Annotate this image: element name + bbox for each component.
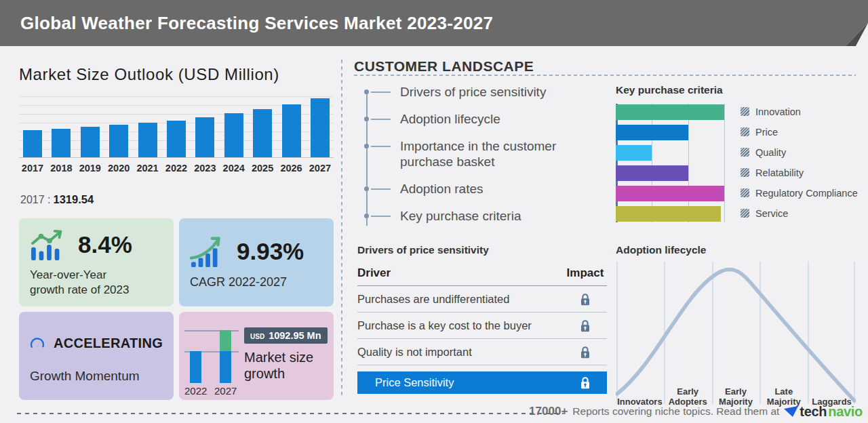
kpc-bar (616, 206, 721, 222)
lock-icon (580, 319, 591, 333)
driver-row: Purchase is a key cost to the buyer (357, 313, 607, 339)
yoy-value: 8.4% (78, 231, 132, 258)
cagr-value: 9.93% (237, 238, 304, 265)
legend-label: Service (755, 208, 788, 219)
bar-column (308, 98, 332, 157)
bell-curve-graphic (616, 262, 856, 407)
kpc-bar (616, 165, 688, 181)
x-axis-tick-label: 2025 (250, 163, 275, 174)
kpc-bar (616, 145, 652, 161)
speedometer-icon (30, 327, 45, 359)
legend-label: Regulatory Compliance (755, 188, 858, 199)
landscape-item: Drivers of price sensitivity (365, 84, 595, 100)
header-bar: Global Weather Forecasting Services Mark… (0, 0, 868, 46)
kpc-bar-plot (616, 104, 726, 222)
logo-navio: navio (828, 404, 863, 420)
market-size-bar-chart: 2017201820192020202120222023202420252026… (19, 96, 334, 174)
market-size-bar (253, 109, 272, 157)
x-axis-tick-label: 2020 (106, 163, 131, 174)
page-title: Global Weather Forecasting Services Mark… (0, 0, 868, 46)
bar-column (20, 130, 45, 157)
bar-chart-plot (19, 96, 334, 158)
bar-column (222, 113, 246, 157)
technavio-logo[interactable]: technavio (784, 404, 863, 420)
legend-label: Price (755, 127, 778, 138)
growth-curve-icon (190, 235, 228, 268)
adoption-lifecycle-title: Adoption lifecycle (616, 244, 861, 256)
lock-icon (580, 292, 591, 306)
cagr-card: 9.93% CAGR 2022-2027 (179, 218, 334, 306)
footer-text: Reports covering niche topics. Read them… (572, 405, 779, 418)
mini-bar-2027-increment (220, 330, 231, 351)
driver-label: Quality is not important (357, 346, 472, 359)
annotation-year: 2017 : (20, 194, 50, 205)
cagr-label: CAGR 2022-2027 (190, 275, 323, 290)
annotation-value: 1319.54 (53, 193, 94, 205)
chart-annotation: 2017 :1319.54 (20, 193, 94, 206)
bar-trend-icon (30, 228, 69, 262)
customer-landscape-title: CUSTOMER LANDSCAPE (354, 58, 534, 75)
bar-column (136, 123, 160, 157)
footer-dashed-line (17, 413, 564, 414)
market-size-bar (311, 98, 330, 157)
legend-hatch-icon (741, 127, 749, 136)
market-size-bar (52, 129, 71, 157)
market-size-bar (81, 127, 100, 157)
momentum-label: Growth Momentum (30, 368, 163, 384)
legend-item: Regulatory Compliance (741, 185, 858, 201)
driver-label: Purchase is a key cost to the buyer (357, 319, 532, 332)
key-purchase-criteria-title: Key purchase criteria (616, 84, 868, 96)
kpc-bar (616, 104, 724, 120)
driver-label: Purchases are undifferentiated (357, 293, 509, 306)
landscape-item: Adoption lifecycle (365, 111, 595, 127)
legend-item: Price (741, 124, 858, 140)
legend-hatch-icon (741, 188, 749, 197)
legend-hatch-icon (741, 168, 749, 177)
logo-tech: tech (800, 404, 827, 420)
legend-hatch-icon (741, 209, 749, 218)
drivers-table-header: Driver Impact (357, 266, 607, 286)
x-axis-tick-label: 2017 (20, 163, 45, 174)
legend-label: Relatability (755, 167, 804, 178)
x-axis-tick-label: 2026 (279, 163, 304, 174)
driver-row: Quality is not important (357, 339, 607, 365)
mini-bar-2027-base (220, 351, 231, 383)
kpc-bar (616, 186, 724, 201)
x-axis-tick-label: 2024 (222, 163, 246, 174)
market-outlook-title: Market Size Outlook (USD Million) (19, 65, 279, 84)
adoption-lifecycle-chart: InnovatorsEarly AdoptersEarly MajorityLa… (616, 262, 856, 407)
column-impact: Impact (564, 266, 607, 280)
legend-label: Quality (755, 147, 786, 158)
x-axis-tick-label: 2022 (164, 163, 189, 174)
market-size-bar (109, 125, 128, 157)
landscape-item: Adoption rates (365, 181, 595, 197)
growth-label: Market size growth (244, 349, 322, 382)
x-axis-tick-label: 2018 (49, 163, 73, 174)
market-size-growth-card: 2022 2027 USD 1092.95 Mn Market size gro… (179, 312, 334, 400)
customer-landscape-list: Drivers of price sensitivityAdoption lif… (365, 84, 595, 235)
x-axis-tick-label: 2023 (193, 163, 217, 174)
mini-bar-2022 (190, 351, 201, 383)
market-size-bar (224, 113, 243, 157)
legend-item: Relatability (741, 165, 858, 180)
column-driver: Driver (357, 266, 391, 280)
growth-value-badge: USD 1092.95 Mn (244, 327, 328, 344)
price-sensitivity-label: Price Sensitivity (375, 376, 454, 389)
bar-column (49, 129, 73, 157)
landscape-item: Key purchase criteria (365, 208, 595, 224)
driver-row: Purchases are undifferentiated (357, 286, 607, 313)
legend-item: Quality (741, 144, 858, 160)
bar-column (164, 121, 189, 157)
bar-column (78, 127, 102, 157)
legend-hatch-icon (741, 148, 749, 157)
growth-momentum-card: ACCELERATING Growth Momentum (19, 312, 174, 400)
market-size-bar (138, 123, 157, 157)
section-divider (341, 60, 342, 397)
yoy-label: Year-over-Year growth rate of 2023 (30, 268, 163, 297)
key-purchase-criteria-section: Key purchase criteria InnovationPriceQua… (616, 84, 868, 222)
kpc-bar (616, 125, 688, 140)
market-size-bar (195, 117, 214, 157)
price-sensitivity-section: Drivers of price sensitivity Driver Impa… (357, 244, 607, 394)
market-size-bar (167, 121, 186, 157)
lock-icon (580, 345, 591, 359)
